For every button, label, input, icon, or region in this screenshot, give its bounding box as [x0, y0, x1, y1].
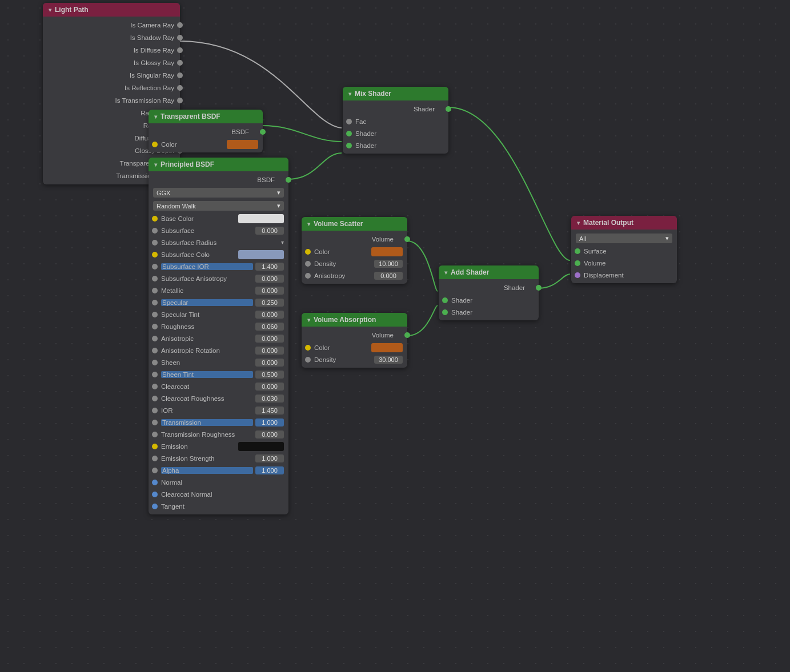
val-specular[interactable]: 0.250: [255, 299, 284, 307]
socket-specular-tint[interactable]: [152, 312, 158, 317]
socket-is-singular-ray[interactable]: [177, 73, 183, 78]
socket-is-camera-ray[interactable]: [177, 22, 183, 28]
val-alpha[interactable]: 1.000: [255, 466, 284, 474]
socket-subsurface-ior[interactable]: [152, 264, 158, 269]
socket-transmission[interactable]: [152, 420, 158, 425]
socket-anisotropic[interactable]: [152, 336, 158, 341]
transparent-bsdf-node[interactable]: ▾ Transparent BSDF BSDF Color: [149, 110, 263, 152]
socket-sheen[interactable]: [152, 360, 158, 365]
socket-density[interactable]: [305, 261, 311, 267]
val-subsurface-ior[interactable]: 1.400: [255, 263, 284, 271]
socket-ior[interactable]: [152, 408, 158, 413]
val-subsurface-anisotropy[interactable]: 0.000: [255, 275, 284, 283]
val-metallic[interactable]: 0.000: [255, 287, 284, 295]
socket-anisotropic-rotation[interactable]: [152, 348, 158, 353]
val-transmission-roughness[interactable]: 0.000: [255, 430, 284, 438]
socket-shader-output[interactable]: [536, 285, 542, 291]
val-subsurface[interactable]: 0.000: [255, 227, 284, 235]
socket-clearcoat-roughness[interactable]: [152, 396, 158, 401]
socket-is-shadow-ray[interactable]: [177, 35, 183, 41]
socket-subsurface-color[interactable]: [152, 252, 158, 257]
socket-metallic[interactable]: [152, 288, 158, 293]
input-density: Density 30.000: [302, 353, 407, 365]
socket-shader-output[interactable]: [446, 106, 451, 112]
socket-shader2[interactable]: [346, 143, 352, 148]
socket-color[interactable]: [305, 345, 311, 351]
val-specular-tint[interactable]: 0.000: [255, 311, 284, 319]
socket-normal[interactable]: [152, 480, 158, 485]
color-field[interactable]: [371, 343, 403, 352]
socket-color[interactable]: [305, 249, 311, 255]
socket-shader2[interactable]: [442, 309, 448, 315]
param-subsurface-ior: Subsurface IOR 1.400: [149, 260, 288, 272]
val-anisotropy[interactable]: 0.000: [374, 272, 403, 280]
val-anisotropic[interactable]: 0.000: [255, 335, 284, 343]
val-clearcoat[interactable]: 0.000: [255, 383, 284, 391]
socket-shader1[interactable]: [442, 297, 448, 303]
socket-displacement[interactable]: [575, 272, 580, 278]
dropdown-all-row[interactable]: All ▾: [571, 232, 677, 245]
socket-subsurface-anisotropy[interactable]: [152, 276, 158, 281]
transparent-bsdf-title: Transparent BSDF: [161, 112, 220, 120]
socket-tangent[interactable]: [152, 504, 158, 509]
socket-is-glossy-ray[interactable]: [177, 60, 183, 66]
dropdown-walk-row[interactable]: Random Walk ▾: [149, 199, 288, 212]
input-volume: Volume: [571, 257, 677, 269]
color-field[interactable]: [227, 140, 258, 149]
val-density[interactable]: 10.000: [374, 260, 403, 268]
val-ior[interactable]: 1.450: [255, 407, 284, 415]
base-color-field[interactable]: [238, 214, 284, 223]
principled-bsdf-node[interactable]: ▾ Principled BSDF BSDF GGX ▾ Random Walk…: [149, 158, 288, 514]
emission-field[interactable]: [238, 442, 284, 451]
socket-subsurface-radius[interactable]: [152, 240, 158, 246]
socket-emission[interactable]: [152, 444, 158, 449]
val-anisotropic-rotation[interactable]: 0.000: [255, 347, 284, 355]
subsurface-color-field[interactable]: [238, 250, 284, 259]
socket-density[interactable]: [305, 357, 311, 363]
volume-absorption-node[interactable]: ▾ Volume Absorption Volume Color Density…: [302, 313, 407, 368]
socket-anisotropy[interactable]: [305, 273, 311, 279]
socket-volume-output[interactable]: [404, 236, 410, 242]
val-roughness[interactable]: 0.060: [255, 323, 284, 331]
socket-alpha[interactable]: [152, 468, 158, 473]
input-color: Color: [149, 138, 263, 150]
socket-color-input[interactable]: [152, 142, 158, 147]
socket-shader1[interactable]: [346, 131, 352, 136]
socket-bsdf-out[interactable]: [286, 177, 291, 183]
color-field[interactable]: [371, 247, 403, 256]
material-output-node[interactable]: ▾ Material Output All ▾ Surface Volume D…: [571, 216, 677, 283]
socket-surface[interactable]: [575, 248, 580, 254]
dropdown-ggx[interactable]: GGX ▾: [153, 188, 284, 198]
add-shader-node[interactable]: ▾ Add Shader Shader Shader Shader: [439, 265, 539, 320]
volume-scatter-node[interactable]: ▾ Volume Scatter Volume Color Density 10…: [302, 217, 407, 284]
val-sheen[interactable]: 0.000: [255, 359, 284, 367]
val-density[interactable]: 30.000: [374, 356, 403, 364]
socket-sheen-tint[interactable]: [152, 372, 158, 377]
val-emission-strength[interactable]: 1.000: [255, 454, 284, 462]
socket-is-transmission-ray[interactable]: [177, 98, 183, 103]
socket-fac[interactable]: [346, 119, 352, 124]
socket-specular[interactable]: [152, 300, 158, 305]
socket-subsurface[interactable]: [152, 228, 158, 234]
input-shader1: Shader: [439, 294, 539, 306]
val-transmission[interactable]: 1.000: [255, 419, 284, 426]
socket-clearcoat-normal[interactable]: [152, 492, 158, 497]
socket-transmission-roughness[interactable]: [152, 432, 158, 437]
socket-volume[interactable]: [575, 260, 580, 266]
socket-is-diffuse-ray[interactable]: [177, 47, 183, 53]
socket-bsdf-output[interactable]: [260, 129, 266, 135]
val-sheen-tint[interactable]: 0.500: [255, 371, 284, 379]
val-clearcoat-roughness[interactable]: 0.030: [255, 395, 284, 403]
dropdown-ggx-row[interactable]: GGX ▾: [149, 186, 288, 199]
output-bsdf: BSDF: [149, 126, 263, 138]
dropdown-random-walk[interactable]: Random Walk ▾: [153, 201, 284, 211]
socket-emission-strength[interactable]: [152, 456, 158, 461]
socket-clearcoat[interactable]: [152, 384, 158, 389]
socket-roughness[interactable]: [152, 324, 158, 329]
socket-volume-output[interactable]: [404, 332, 410, 338]
socket-base-color[interactable]: [152, 216, 158, 222]
dropdown-all[interactable]: All ▾: [576, 234, 672, 243]
mix-shader-node[interactable]: ▾ Mix Shader Shader Fac Shader Shader: [343, 87, 448, 154]
socket-is-reflection-ray[interactable]: [177, 85, 183, 91]
add-shader-title: Add Shader: [451, 268, 489, 276]
